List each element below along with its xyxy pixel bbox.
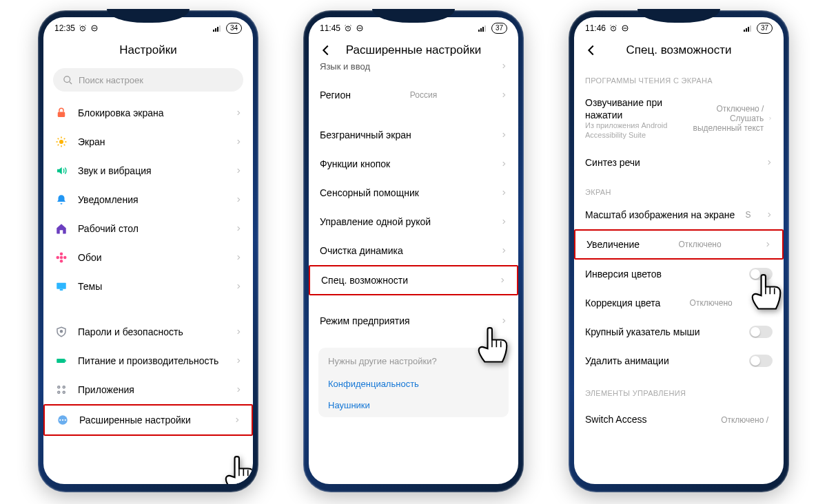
- svg-rect-19: [65, 360, 66, 362]
- section-screen: ЭКРАН: [574, 177, 784, 200]
- toggle-switch[interactable]: [749, 326, 773, 338]
- chevron-right-icon: [235, 253, 242, 262]
- row-icon: [54, 251, 68, 264]
- settings-row[interactable]: Звук и вибрация: [43, 156, 253, 185]
- search-placeholder: Поиск настроек: [79, 75, 143, 85]
- svg-rect-6: [219, 25, 221, 32]
- advanced-row[interactable]: Сенсорный помощник: [309, 178, 518, 207]
- chevron-right-icon: [766, 158, 773, 167]
- row-label: Безграничный экран: [320, 129, 411, 141]
- phone-frame-2: 11:45 37 Расширенные настройки Язык и вв…: [303, 10, 524, 492]
- svg-rect-39: [746, 28, 747, 32]
- alarm-icon: [344, 24, 352, 32]
- chevron-right-icon: [235, 356, 242, 366]
- battery-badge: 37: [757, 23, 773, 34]
- advanced-list: Язык и вводРегионРоссияБезграничный экра…: [309, 61, 518, 335]
- phone-frame-1: 12:35 34 Настройки Поиск настроек Блокир…: [38, 10, 258, 492]
- toggle-switch[interactable]: [749, 355, 773, 367]
- footer-link-headphones[interactable]: Наушники: [328, 395, 499, 416]
- back-button[interactable]: [318, 43, 334, 58]
- row-label: Режим предприятия: [320, 315, 410, 327]
- cursor-icon: [474, 324, 511, 368]
- row-label: Расширенные настройки: [79, 414, 191, 426]
- advanced-row[interactable]: Спец. возможности: [309, 265, 518, 295]
- row-icon: [54, 280, 68, 293]
- signal-icon: [478, 25, 488, 32]
- svg-rect-30: [358, 28, 362, 29]
- advanced-row[interactable]: Функции кнопок: [309, 149, 518, 178]
- svg-point-26: [62, 419, 63, 421]
- settings-list-a: Блокировка экрана Экран Звук и вибрация …: [43, 98, 253, 301]
- advanced-row[interactable]: Очистка динамика: [309, 236, 518, 265]
- settings-row[interactable]: Темы: [43, 272, 253, 301]
- chevron-right-icon: [234, 415, 241, 425]
- settings-row[interactable]: Экран: [43, 127, 253, 156]
- row-label: Блокировка экрана: [78, 107, 164, 119]
- footer-link-privacy[interactable]: Конфиденциальность: [328, 373, 499, 395]
- battery-badge: 37: [491, 23, 507, 34]
- row-label: Сенсорный помощник: [320, 187, 419, 199]
- svg-point-10: [60, 256, 63, 260]
- svg-rect-8: [58, 112, 65, 118]
- row-label: Switch Access: [585, 413, 646, 426]
- settings-row[interactable]: Приложения: [43, 375, 253, 404]
- svg-point-17: [61, 330, 63, 333]
- settings-row[interactable]: Уведомления: [43, 185, 253, 214]
- svg-rect-32: [480, 28, 482, 32]
- row-label: Управление одной рукой: [320, 216, 431, 228]
- row-label: Приложения: [78, 384, 134, 396]
- advanced-row[interactable]: Управление одной рукой: [309, 207, 518, 236]
- search-input[interactable]: Поиск настроек: [53, 68, 243, 92]
- advanced-row[interactable]: Безграничный экран: [309, 120, 518, 149]
- row-label: Очистка динамика: [320, 244, 403, 257]
- chevron-right-icon: [500, 159, 507, 169]
- svg-point-25: [59, 419, 61, 421]
- chevron-right-icon: [235, 137, 242, 147]
- row-label: Синтез речи: [585, 156, 640, 169]
- settings-row[interactable]: Пароли и безопасность: [43, 317, 253, 346]
- chevron-right-icon: [235, 327, 242, 337]
- row-talkback[interactable]: Озвучивание при нажатии Из приложения An…: [574, 89, 784, 148]
- svg-point-13: [57, 256, 60, 260]
- svg-rect-37: [624, 28, 627, 29]
- settings-row[interactable]: Обои: [43, 243, 253, 272]
- svg-rect-31: [478, 30, 480, 32]
- status-time: 12:35: [54, 23, 75, 33]
- svg-rect-18: [57, 359, 65, 363]
- a11y-row[interactable]: Крупный указатель мыши: [574, 317, 784, 346]
- row-label: Коррекция цвета: [585, 297, 660, 309]
- svg-point-21: [63, 386, 65, 388]
- a11y-row[interactable]: УвеличениеОтключено: [574, 229, 784, 260]
- settings-row[interactable]: Рабочий стол: [43, 214, 253, 243]
- svg-rect-38: [744, 30, 745, 32]
- row-label: Питание и производительность: [78, 355, 218, 367]
- svg-rect-3: [213, 30, 214, 32]
- chevron-right-icon: [500, 90, 507, 100]
- settings-row[interactable]: Блокировка экрана: [43, 98, 253, 127]
- svg-point-20: [58, 386, 60, 388]
- svg-point-7: [64, 76, 70, 82]
- page-title: Спец. возможности: [574, 36, 784, 65]
- a11y-row[interactable]: Масштаб изображения на экранеS: [574, 200, 784, 229]
- section-controls: ЭЛЕМЕНТЫ УПРАВЛЕНИЯ: [574, 375, 784, 401]
- row-tts[interactable]: Синтез речи: [574, 148, 784, 177]
- screen-3: 11:46 37 Спец. возможности ПРОГРАММЫ ЧТЕ…: [574, 17, 784, 484]
- settings-row[interactable]: Расширенные настройки: [43, 404, 253, 436]
- row-label: Инверсия цветов: [585, 268, 662, 280]
- advanced-row[interactable]: РегионРоссия: [309, 81, 518, 109]
- settings-list-b: Пароли и безопасность Питание и производ…: [43, 317, 253, 436]
- signal-icon: [744, 25, 753, 32]
- svg-point-23: [63, 391, 65, 393]
- svg-point-11: [60, 253, 63, 256]
- back-button[interactable]: [584, 43, 599, 58]
- row-switch-access[interactable]: Switch Access Отключено /: [574, 401, 784, 430]
- a11y-row[interactable]: Удалить анимации: [574, 346, 784, 375]
- dnd-icon: [621, 24, 629, 32]
- settings-row[interactable]: Питание и производительность: [43, 346, 253, 375]
- svg-point-27: [65, 419, 66, 421]
- cursor-icon: [221, 452, 253, 484]
- chevron-right-icon: [764, 240, 771, 249]
- row-label: Функции кнопок: [320, 158, 390, 170]
- row-label: Удалить анимации: [585, 355, 669, 367]
- advanced-row[interactable]: Язык и ввод: [309, 61, 518, 81]
